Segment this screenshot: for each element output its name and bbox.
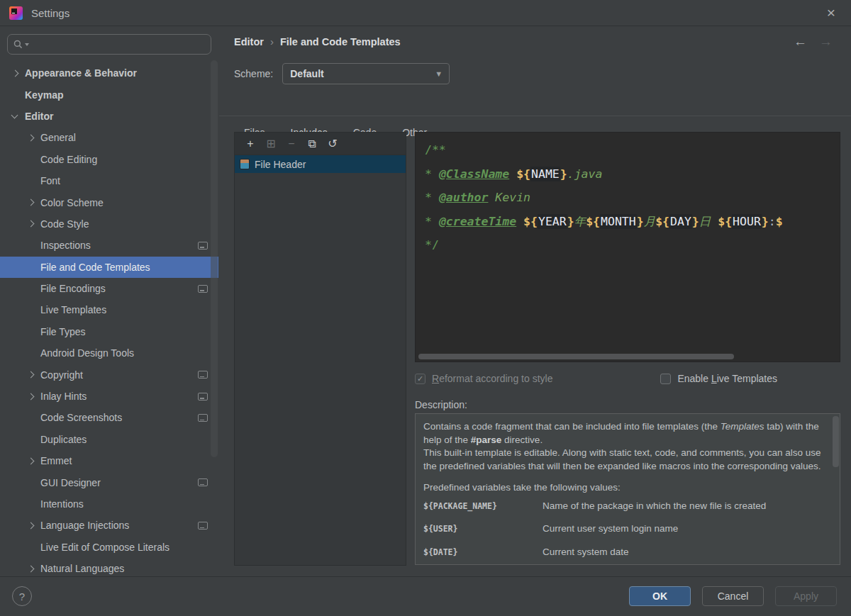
sidebar-item-inspections[interactable]: Inspections xyxy=(0,235,218,256)
chevron-right-icon[interactable] xyxy=(28,393,35,400)
external-settings-icon xyxy=(198,242,208,250)
intellij-logo-icon xyxy=(9,6,23,20)
description-scrollbar[interactable] xyxy=(833,416,839,467)
variable-name: ${USER} xyxy=(423,522,543,536)
editor-horizontal-scrollbar[interactable] xyxy=(418,354,734,359)
sidebar-item-natural-languages[interactable]: Natural Languages xyxy=(0,558,218,576)
sidebar-item-inlay-hints[interactable]: Inlay Hints xyxy=(0,386,218,407)
sidebar-item-intentions[interactable]: Intentions xyxy=(0,493,218,515)
sidebar-item-copyright[interactable]: Copyright xyxy=(0,364,218,385)
sidebar-item-duplicates[interactable]: Duplicates xyxy=(0,429,218,450)
close-icon[interactable]: × xyxy=(827,4,835,21)
sidebar-item-label: File Types xyxy=(40,326,86,337)
code-line: * @ClassName ${NAME}.java xyxy=(425,162,840,186)
code-line: */ xyxy=(425,233,840,257)
sidebar-item-general[interactable]: General xyxy=(0,127,218,148)
template-item-file-header[interactable]: File Header xyxy=(235,155,406,173)
sidebar-item-label: File Encodings xyxy=(40,283,106,294)
chevron-right-icon[interactable] xyxy=(12,69,19,77)
help-button[interactable]: ? xyxy=(12,586,32,606)
ok-button[interactable]: OK xyxy=(629,586,691,606)
chevron-right-icon[interactable] xyxy=(28,134,35,141)
description-body: Contains a code fragment that can be inc… xyxy=(416,414,840,559)
search-input[interactable] xyxy=(7,34,211,55)
template-variable: NAME xyxy=(530,167,560,181)
window-title: Settings xyxy=(31,7,69,19)
sidebar-item-label: Code Screenshots xyxy=(40,412,122,423)
template-items: File Header xyxy=(235,155,406,173)
copy-template-icon[interactable]: ⧉ xyxy=(303,135,321,152)
sidebar-item-label: Live Templates xyxy=(40,304,106,315)
chevron-down-icon[interactable] xyxy=(11,112,18,119)
reformat-label: Reformat according to style xyxy=(432,373,552,384)
sidebar-item-emmet[interactable]: Emmet xyxy=(0,450,218,471)
sidebar-item-code-style[interactable]: Code Style xyxy=(0,213,218,235)
sidebar-item-live-edit-of-compose-literals[interactable]: Live Edit of Compose Literals xyxy=(0,537,218,558)
variable-row: ${DATE}Current system date xyxy=(423,546,823,559)
breadcrumb: Editor › File and Code Templates xyxy=(234,35,401,47)
description-paragraph: This built-in template is editable. Alon… xyxy=(423,447,823,473)
scheme-dropdown[interactable]: Default ▼ xyxy=(282,63,450,84)
sidebar-item-file-types[interactable]: File Types xyxy=(0,321,218,342)
sidebar-item-file-and-code-templates[interactable]: File and Code Templates xyxy=(0,257,218,278)
template-variable: MONTH xyxy=(600,214,637,229)
sidebar-item-language-injections[interactable]: Language Injections xyxy=(0,515,218,536)
sidebar-scrollbar[interactable] xyxy=(211,60,218,457)
variable-row: ${PACKAGE_NAME}Name of the package in wh… xyxy=(423,500,823,513)
add-template-icon[interactable]: + xyxy=(241,135,260,152)
sidebar-item-label: Inspections xyxy=(40,240,91,251)
sidebar-item-keymap[interactable]: Keymap xyxy=(0,84,218,105)
sidebar-item-gui-designer[interactable]: GUI Designer xyxy=(0,471,218,493)
sidebar-item-label: Duplicates xyxy=(40,434,87,445)
sidebar-item-live-templates[interactable]: Live Templates xyxy=(0,299,218,320)
sidebar-item-label: Font xyxy=(40,175,60,186)
chevron-right-icon[interactable] xyxy=(28,565,35,572)
sidebar-item-code-screenshots[interactable]: Code Screenshots xyxy=(0,407,218,428)
template-toolbar: +⊞−⧉↺ xyxy=(235,133,406,155)
sidebar-item-label: Emmet xyxy=(40,455,72,466)
variable-description: Current system date xyxy=(543,546,629,559)
reset-to-default-icon[interactable]: ↺ xyxy=(323,135,342,152)
apply-button: Apply xyxy=(775,586,837,606)
chevron-right-icon[interactable] xyxy=(28,371,35,379)
sidebar-item-label: GUI Designer xyxy=(40,477,101,488)
breadcrumb-editor[interactable]: Editor xyxy=(234,36,264,47)
external-settings-icon xyxy=(198,522,208,530)
scheme-row: Scheme: Default ▼ xyxy=(234,63,450,84)
breadcrumb-page: File and Code Templates xyxy=(280,36,401,47)
cancel-button[interactable]: Cancel xyxy=(702,586,764,606)
sidebar-item-label: General xyxy=(40,132,76,143)
sidebar-item-code-editing[interactable]: Code Editing xyxy=(0,149,218,170)
sidebar-item-label: Natural Languages xyxy=(40,563,124,574)
sidebar-item-label: Language Injections xyxy=(40,520,129,531)
options-row: ✓ Reformat according to style Enable Liv… xyxy=(415,373,840,384)
back-arrow-icon[interactable]: ← xyxy=(794,34,807,50)
sidebar-item-label: Copyright xyxy=(40,369,83,381)
chevron-right-icon[interactable] xyxy=(28,522,35,529)
chevron-right-icon[interactable] xyxy=(28,199,35,206)
sidebar-item-color-scheme[interactable]: Color Scheme xyxy=(0,191,218,213)
template-variable: HOUR xyxy=(732,214,762,229)
sidebar-item-file-encodings[interactable]: File Encodings xyxy=(0,278,218,299)
live-templates-checkbox[interactable] xyxy=(660,374,671,384)
search-options-caret-icon[interactable] xyxy=(25,43,29,46)
settings-content: Editor › File and Code Templates ← → Sch… xyxy=(219,26,851,576)
sidebar-item-appearance-behavior[interactable]: Appearance & Behavior xyxy=(0,62,218,84)
footer-buttons: OK Cancel Apply xyxy=(629,586,837,606)
chevron-down-icon: ▼ xyxy=(435,69,443,78)
code-line: /** xyxy=(425,138,840,162)
sidebar-item-editor[interactable]: Editor xyxy=(0,106,218,127)
sidebar-item-android-design-tools[interactable]: Android Design Tools xyxy=(0,342,218,364)
template-editor[interactable]: /** * @ClassName ${NAME}.java * @author … xyxy=(415,132,840,362)
sidebar-item-label: Code Style xyxy=(40,218,89,230)
variable-name: ${DATE} xyxy=(423,546,543,559)
external-settings-icon xyxy=(198,393,208,401)
chevron-right-icon[interactable] xyxy=(28,457,35,464)
variable-name: ${PACKAGE_NAME} xyxy=(423,500,543,513)
chevron-right-icon[interactable] xyxy=(28,220,35,228)
sidebar-item-label: Keymap xyxy=(25,89,63,101)
sidebar-item-font[interactable]: Font xyxy=(0,170,218,191)
live-templates-option: Enable Live Templates xyxy=(660,373,777,384)
description-paragraph: Contains a code fragment that can be inc… xyxy=(423,420,823,447)
external-settings-icon xyxy=(198,285,208,293)
